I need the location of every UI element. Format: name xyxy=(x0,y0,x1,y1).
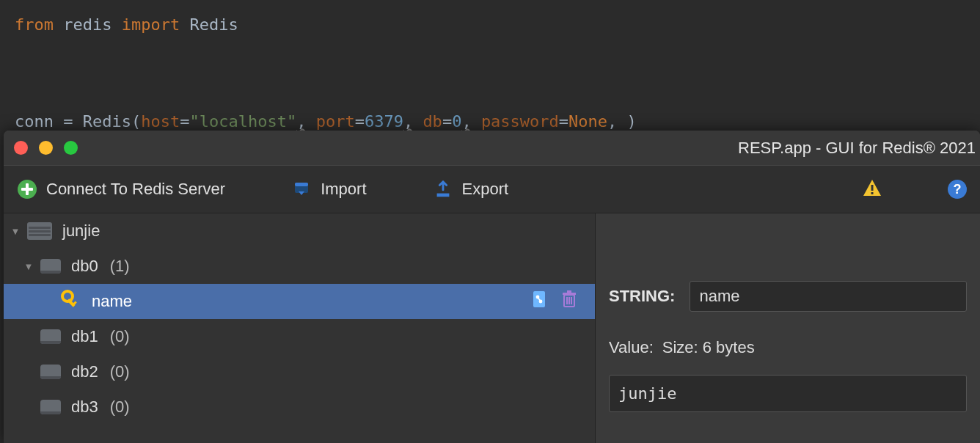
module-name: redis xyxy=(63,15,111,34)
key-icon xyxy=(59,289,81,314)
size-label: Size: 6 bytes xyxy=(662,338,755,357)
svg-rect-15 xyxy=(563,293,576,295)
db-label: db3 xyxy=(71,398,98,417)
key-name-input[interactable] xyxy=(690,281,967,312)
db-count: (0) xyxy=(110,362,130,381)
chevron-down-icon[interactable]: ▼ xyxy=(23,260,34,272)
svg-rect-5 xyxy=(871,185,874,191)
zoom-icon[interactable] xyxy=(64,141,78,155)
database-icon xyxy=(40,259,61,274)
tree-key-name[interactable]: name xyxy=(4,284,595,319)
close-icon[interactable] xyxy=(14,141,28,155)
detail-panel: STRING: Value: Size: 6 bytes junjie xyxy=(595,213,980,443)
export-label: Export xyxy=(462,180,509,199)
value-box[interactable]: junjie xyxy=(609,375,967,412)
tree-server[interactable]: ▼ junjie xyxy=(4,213,595,249)
db-count: (1) xyxy=(110,257,130,276)
tree-db0[interactable]: ▼ db0 (1) xyxy=(4,249,595,284)
svg-rect-2 xyxy=(21,188,33,191)
database-icon xyxy=(40,400,61,414)
traffic-lights xyxy=(14,141,78,155)
db-count: (0) xyxy=(110,398,130,417)
window-title: RESP.app - GUI for Redis® 2021 xyxy=(738,139,976,158)
copy-link-icon[interactable] xyxy=(532,290,548,313)
key-label: name xyxy=(92,292,132,311)
connect-label: Connect To Redis Server xyxy=(46,180,225,199)
trash-icon[interactable] xyxy=(561,290,577,313)
db-label: db2 xyxy=(71,362,98,381)
resp-app-window: RESP.app - GUI for Redis® 2021 Connect T… xyxy=(4,131,980,443)
svg-rect-6 xyxy=(871,192,874,194)
warning-icon[interactable] xyxy=(863,179,882,199)
server-name: junjie xyxy=(62,222,100,241)
app-body: ▼ junjie ▼ db0 (1) name xyxy=(4,213,980,443)
tree-panel[interactable]: ▼ junjie ▼ db0 (1) name xyxy=(4,213,595,443)
export-icon xyxy=(433,179,453,199)
tree-db1[interactable]: db1 (0) xyxy=(4,319,595,354)
import-button[interactable]: Import xyxy=(291,179,366,199)
minimize-icon[interactable] xyxy=(39,141,53,155)
value-label: Value: xyxy=(609,338,654,357)
svg-rect-4 xyxy=(295,183,308,186)
plus-icon xyxy=(17,179,37,199)
tree-db2[interactable]: db2 (0) xyxy=(4,354,595,389)
svg-point-7 xyxy=(62,291,73,301)
import-icon xyxy=(291,179,312,199)
database-icon xyxy=(40,329,61,344)
connect-button[interactable]: Connect To Redis Server xyxy=(17,179,225,199)
db-label: db1 xyxy=(71,327,98,346)
kw-import: import xyxy=(122,15,180,34)
server-icon xyxy=(27,222,52,240)
toolbar: Connect To Redis Server Import Export ? xyxy=(4,165,980,213)
import-label: Import xyxy=(321,180,366,199)
chevron-down-icon[interactable]: ▼ xyxy=(10,225,21,237)
class-name: Redis xyxy=(189,15,238,34)
key-actions xyxy=(532,290,595,313)
svg-rect-16 xyxy=(567,290,571,293)
db-label: db0 xyxy=(71,257,98,276)
type-label: STRING: xyxy=(609,287,675,306)
db-count: (0) xyxy=(110,327,130,346)
database-icon xyxy=(40,365,61,379)
kw-from: from xyxy=(15,15,54,34)
export-button[interactable]: Export xyxy=(433,179,509,199)
window-titlebar[interactable]: RESP.app - GUI for Redis® 2021 xyxy=(4,131,980,165)
help-icon[interactable]: ? xyxy=(948,180,967,199)
tree-db3[interactable]: db3 (0) xyxy=(4,389,595,425)
